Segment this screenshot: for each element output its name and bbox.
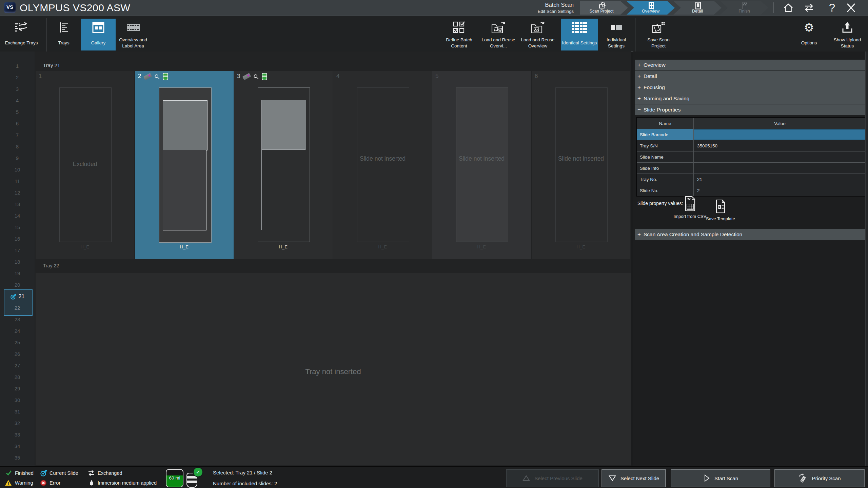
switch-layout-icon[interactable] xyxy=(802,2,816,14)
options-button[interactable]: ⚙ Options xyxy=(795,19,823,50)
tray-21-slots: 1ExcludedH_E2H_E3H_E4Slide not insertedH… xyxy=(36,71,631,259)
tray-list-item-34[interactable]: 34 xyxy=(0,441,35,452)
property-value[interactable]: 35005150 xyxy=(694,140,866,151)
home-icon[interactable] xyxy=(781,2,796,14)
property-value[interactable]: 2 xyxy=(694,185,866,196)
property-value[interactable] xyxy=(694,151,866,162)
tray-list-item-26[interactable]: 26 xyxy=(0,348,35,360)
current-slide-icon xyxy=(40,469,47,477)
section-scan-area-creation[interactable]: + Scan Area Creation and Sample Detectio… xyxy=(635,229,865,240)
property-value[interactable] xyxy=(694,129,866,140)
tray-number: 2 xyxy=(16,75,19,80)
section-detail[interactable]: + Detail xyxy=(635,71,865,82)
section-slide-properties[interactable]: − Slide Properties xyxy=(635,104,865,115)
tray-list-item-2[interactable]: 2 xyxy=(0,72,35,83)
tray-list-item-28[interactable]: 28 xyxy=(0,371,35,383)
priority-scan-button[interactable]: Priority Scan xyxy=(774,469,865,487)
tray-list-item-23[interactable]: 23 xyxy=(0,314,35,325)
slide-glass xyxy=(159,87,212,243)
tray-list-item-11[interactable]: 11 xyxy=(0,176,35,187)
triangle-down-icon xyxy=(608,474,616,482)
tray-list-item-25[interactable]: 25 xyxy=(0,337,35,348)
tray-list-item-5[interactable]: 5 xyxy=(0,106,35,118)
individual-settings-button[interactable]: Individual Settings xyxy=(598,19,635,50)
table-row-tray-sn[interactable]: Tray S/N 35005150 xyxy=(637,140,866,151)
slide-slot-3[interactable]: 3H_E xyxy=(234,71,333,259)
tray-number: 25 xyxy=(15,340,20,345)
start-scan-button[interactable]: Start Scan xyxy=(671,469,770,487)
table-row-slide-no[interactable]: Slide No. 2 xyxy=(637,185,866,196)
tray-list-item-17[interactable]: 17 xyxy=(0,245,35,256)
table-row-slide-barcode[interactable]: Slide Barcode xyxy=(637,129,866,140)
tray-number: 23 xyxy=(15,317,20,322)
tray-list-item-24[interactable]: 24 xyxy=(0,325,35,337)
overview-label-area-button[interactable]: Overview and Label Area xyxy=(116,19,151,50)
trays-button[interactable]: Trays xyxy=(46,19,81,50)
tray-list-item-15[interactable]: 15 xyxy=(0,222,35,233)
tray-number: 1 xyxy=(16,63,19,69)
section-overview[interactable]: + Overview xyxy=(635,60,865,70)
tray-list-item-19[interactable]: 19 xyxy=(0,268,35,279)
tray-list-item-16[interactable]: 16 xyxy=(0,233,35,245)
tray-list-item-27[interactable]: 27 xyxy=(0,360,35,371)
load-reuse-overview-button[interactable]: Load and Reuse Overview xyxy=(518,19,557,50)
tray-list-item-12[interactable]: 12 xyxy=(0,187,35,199)
tray-list-item-4[interactable]: 4 xyxy=(0,95,35,106)
slide-slot-1[interactable]: 1ExcludedH_E xyxy=(36,71,134,259)
tray-list-item-21[interactable]: 21 xyxy=(0,291,35,302)
table-row-slide-name[interactable]: Slide Name xyxy=(637,151,866,162)
tray-list-item-14[interactable]: 14 xyxy=(0,210,35,222)
tray-list-item-32[interactable]: 32 xyxy=(0,418,35,429)
tray-number: 11 xyxy=(15,178,20,184)
load-reuse-overview-multi-button[interactable]: Load and Reuse Overvi... xyxy=(479,19,518,50)
tray-number: 20 xyxy=(15,282,20,288)
identical-settings-icon xyxy=(561,20,598,35)
show-upload-status-button[interactable]: Show Upload Status xyxy=(827,19,867,50)
save-template-button[interactable]: Save Template xyxy=(702,196,739,222)
tray-list-item-18[interactable]: 18 xyxy=(0,256,35,268)
help-icon[interactable]: ? xyxy=(825,2,840,15)
finish-flag-icon xyxy=(725,2,765,9)
tray-number: 27 xyxy=(15,363,20,368)
select-previous-slide-button[interactable]: Select Previous Slide xyxy=(506,469,599,487)
step-overview[interactable]: Overview xyxy=(627,1,675,15)
tray-list-item-35[interactable]: 35 xyxy=(0,452,35,464)
tray-list-item-10[interactable]: 10 xyxy=(0,164,35,176)
property-value[interactable] xyxy=(694,163,866,174)
panel-scrollbar[interactable] xyxy=(865,52,868,466)
tray-list-item-22[interactable]: 22 xyxy=(0,302,35,314)
tray-list-item-29[interactable]: 29 xyxy=(0,383,35,394)
tray-list-item-7[interactable]: 7 xyxy=(0,129,35,141)
table-row-slide-info[interactable]: Slide Info xyxy=(637,162,866,174)
define-batch-content-button[interactable]: Define Batch Content xyxy=(439,19,479,50)
tray-list-item-33[interactable]: 33 xyxy=(0,429,35,441)
tray-list-item-30[interactable]: 30 xyxy=(0,394,35,406)
section-focusing[interactable]: + Focusing xyxy=(635,82,865,93)
tray-list-item-3[interactable]: 3 xyxy=(0,83,35,95)
identical-settings-button[interactable]: Identical Settings xyxy=(561,19,598,50)
tray-list-item-9[interactable]: 9 xyxy=(0,152,35,164)
load-reuse-overview-multi-label: Load and Reuse Overvi... xyxy=(479,36,517,50)
slide-slot-4[interactable]: 4Slide not insertedH_E xyxy=(333,71,432,259)
tray-list-item-8[interactable]: 8 xyxy=(0,141,35,152)
app-title: OLYMPUS VS200 ASW xyxy=(20,0,130,16)
table-row-tray-no[interactable]: Tray No. 21 xyxy=(637,174,866,185)
exchange-trays-button[interactable]: Exchange Trays xyxy=(1,19,41,50)
tray-list-item-6[interactable]: 6 xyxy=(0,118,35,129)
step-scan-project[interactable]: Scan Project xyxy=(580,1,628,15)
property-value[interactable]: 21 xyxy=(694,174,866,185)
step-detail[interactable]: Detail xyxy=(673,1,722,15)
tray-list-item-13[interactable]: 13 xyxy=(0,199,35,210)
tray-22-title: Tray 22 xyxy=(43,263,59,268)
slide-slot-6[interactable]: 6Slide not insertedH_E xyxy=(532,71,630,259)
select-next-slide-button[interactable]: Select Next Slide xyxy=(601,469,666,487)
slide-slot-2[interactable]: 2H_E xyxy=(135,71,234,259)
tray-list-item-1[interactable]: 1 xyxy=(0,60,35,72)
slide-slot-5[interactable]: 5Slide not insertedH_E xyxy=(432,71,531,259)
save-scan-project-button[interactable]: Save Scan Project xyxy=(639,19,677,50)
tray-list-item-20[interactable]: 20 xyxy=(0,279,35,291)
gallery-button[interactable]: Gallery xyxy=(81,19,116,50)
tray-list-item-31[interactable]: 31 xyxy=(0,406,35,418)
section-naming-saving[interactable]: + Naming and Saving xyxy=(635,93,865,104)
close-icon[interactable] xyxy=(844,2,859,14)
